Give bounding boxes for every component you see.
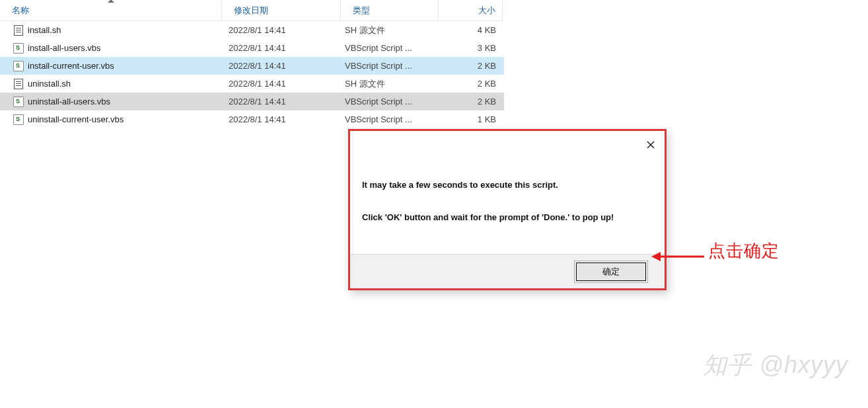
- watermark-text: 知乎 @hxyyy: [703, 349, 848, 382]
- dialog-footer: 确定: [350, 254, 665, 288]
- vbs-file-icon: [13, 61, 24, 71]
- close-button[interactable]: [642, 136, 659, 153]
- file-date-cell: 2022/8/1 14:41: [222, 110, 341, 128]
- vbs-file-icon: [13, 97, 24, 107]
- file-name-label: install-current-user.vbs: [28, 61, 114, 71]
- column-header-size-label: 大小: [478, 5, 495, 17]
- file-type-cell: VBScript Script ...: [341, 57, 439, 75]
- file-name-label: uninstall-all-users.vbs: [28, 97, 110, 106]
- close-icon: [647, 141, 655, 149]
- file-row[interactable]: uninstall-all-users.vbs2022/8/1 14:41VBS…: [0, 93, 504, 110]
- file-name-cell: uninstall.sh: [0, 75, 222, 93]
- sort-ascending-icon: [108, 0, 114, 3]
- column-header-name[interactable]: 名称: [0, 0, 222, 20]
- column-header-type-label: 类型: [353, 5, 370, 17]
- dialog-line-1: It may take a few seconds to execute thi…: [362, 177, 653, 194]
- file-date-cell: 2022/8/1 14:41: [222, 57, 341, 75]
- column-header-type[interactable]: 类型: [341, 0, 439, 20]
- column-header-date[interactable]: 修改日期: [222, 0, 341, 20]
- file-name-label: uninstall.sh: [28, 79, 71, 89]
- file-type-cell: VBScript Script ...: [341, 39, 439, 57]
- file-type-cell: VBScript Script ...: [341, 110, 439, 128]
- file-date-cell: 2022/8/1 14:41: [222, 39, 341, 57]
- file-name-cell: install-current-user.vbs: [0, 57, 222, 75]
- file-list: 名称 修改日期 类型 大小 install.sh2022/8/1 14:41SH…: [0, 0, 504, 128]
- file-type-cell: VBScript Script ...: [341, 93, 439, 110]
- file-row[interactable]: install-all-users.vbs2022/8/1 14:41VBScr…: [0, 39, 504, 57]
- file-row[interactable]: uninstall.sh2022/8/1 14:41SH 源文件2 KB: [0, 75, 504, 93]
- file-date-cell: 2022/8/1 14:41: [222, 75, 341, 93]
- vbs-file-icon: [13, 43, 24, 54]
- column-header-size[interactable]: 大小: [439, 0, 503, 20]
- file-name-cell: install-all-users.vbs: [0, 39, 222, 57]
- file-size-cell: 1 KB: [439, 110, 503, 128]
- column-header-name-label: 名称: [12, 5, 29, 17]
- dialog-line-2: Click 'OK' button and wait for the promp…: [362, 210, 653, 226]
- file-row[interactable]: install.sh2022/8/1 14:41SH 源文件4 KB: [0, 21, 504, 39]
- dialog-message: It may take a few seconds to execute thi…: [362, 177, 653, 226]
- file-size-cell: 2 KB: [439, 57, 503, 75]
- annotation-text: 点击确定: [708, 239, 779, 263]
- file-name-cell: uninstall-current-user.vbs: [0, 110, 222, 128]
- file-name-cell: uninstall-all-users.vbs: [0, 93, 222, 110]
- vbs-file-icon: [13, 114, 24, 125]
- file-row[interactable]: install-current-user.vbs2022/8/1 14:41VB…: [0, 57, 504, 75]
- file-type-cell: SH 源文件: [341, 75, 439, 93]
- column-header-row: 名称 修改日期 类型 大小: [0, 0, 504, 21]
- file-row[interactable]: uninstall-current-user.vbs2022/8/1 14:41…: [0, 110, 504, 128]
- file-size-cell: 4 KB: [439, 21, 503, 39]
- file-date-cell: 2022/8/1 14:41: [222, 21, 341, 39]
- script-dialog: It may take a few seconds to execute thi…: [348, 129, 667, 290]
- file-name-label: install-all-users.vbs: [28, 43, 101, 53]
- sh-file-icon: [13, 25, 24, 36]
- file-name-cell: install.sh: [0, 21, 222, 39]
- sh-file-icon: [13, 79, 24, 89]
- file-size-cell: 2 KB: [439, 75, 503, 93]
- ok-button[interactable]: 确定: [576, 263, 646, 281]
- file-name-label: uninstall-current-user.vbs: [28, 114, 124, 124]
- file-date-cell: 2022/8/1 14:41: [222, 93, 341, 110]
- column-header-date-label: 修改日期: [234, 5, 268, 17]
- file-rows-container: install.sh2022/8/1 14:41SH 源文件4 KBinstal…: [0, 21, 504, 128]
- file-size-cell: 2 KB: [439, 93, 503, 110]
- file-name-label: install.sh: [28, 25, 61, 35]
- file-type-cell: SH 源文件: [341, 21, 439, 39]
- file-size-cell: 3 KB: [439, 39, 503, 57]
